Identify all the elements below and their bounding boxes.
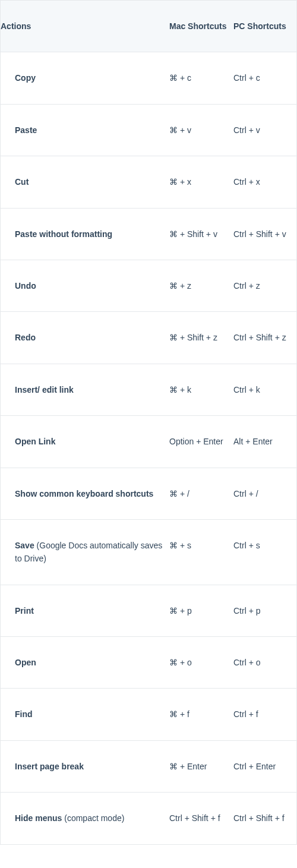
action-cell: Paste without formatting [1, 209, 169, 260]
action-cell: Hide menus (compact mode) [1, 793, 169, 844]
pc-shortcut: Ctrl + c [233, 52, 293, 103]
table-row: Cut⌘ + xCtrl + x [1, 156, 296, 208]
mac-shortcut: ⌘ + Enter [169, 741, 233, 792]
pc-shortcut: Ctrl + f [233, 689, 293, 740]
action-name: Print [15, 606, 34, 616]
mac-shortcut: ⌘ + p [169, 585, 233, 636]
pc-shortcut: Ctrl + v [233, 105, 293, 156]
pc-shortcut: Ctrl + x [233, 156, 293, 207]
pc-shortcut: Ctrl + k [233, 364, 293, 415]
table-row: Insert/ edit link⌘ + kCtrl + k [1, 364, 296, 416]
action-name: Copy [15, 73, 36, 83]
table-row: Show common keyboard shortcuts⌘ + /Ctrl … [1, 468, 296, 520]
pc-shortcut: Ctrl + s [233, 520, 293, 585]
pc-shortcut: Alt + Enter [233, 416, 293, 467]
mac-shortcut: ⌘ + v [169, 105, 233, 156]
action-cell: Open Link [1, 416, 169, 467]
action-cell: Redo [1, 312, 169, 363]
table-row: Open⌘ + oCtrl + o [1, 637, 296, 689]
action-cell: Cut [1, 156, 169, 207]
action-name: Open Link [15, 437, 55, 446]
action-cell: Insert/ edit link [1, 364, 169, 415]
table-row: Paste without formatting⌘ + Shift + vCtr… [1, 209, 296, 260]
action-name: Save [15, 541, 34, 550]
mac-shortcut: ⌘ + x [169, 156, 233, 207]
table-row: Insert page break⌘ + EnterCtrl + Enter [1, 741, 296, 793]
table-row: Open LinkOption + EnterAlt + Enter [1, 416, 296, 468]
table-row: Save (Google Docs automatically saves to… [1, 520, 296, 585]
action-cell: Find [1, 689, 169, 740]
table-row: Undo⌘ + zCtrl + z [1, 260, 296, 312]
action-cell: Copy [1, 52, 169, 103]
pc-shortcut: Ctrl + Enter [233, 741, 293, 792]
table-row: Print⌘ + pCtrl + p [1, 585, 296, 637]
mac-shortcut: ⌘ + Shift + v [169, 209, 233, 260]
action-name: Show common keyboard shortcuts [15, 489, 153, 498]
action-cell: Insert page break [1, 741, 169, 792]
action-name: Open [15, 658, 36, 667]
mac-shortcut: ⌘ + Shift + z [169, 312, 233, 363]
action-note: (Google Docs automatically saves to Driv… [15, 541, 162, 563]
mac-shortcut: ⌘ + c [169, 52, 233, 103]
action-cell: Open [1, 637, 169, 688]
action-name: Find [15, 709, 33, 719]
action-name: Insert page break [15, 762, 84, 771]
table-row: Hide menus (compact mode)Ctrl + Shift + … [1, 793, 296, 844]
mac-shortcut: Ctrl + Shift + f [169, 793, 233, 844]
action-cell: Paste [1, 105, 169, 156]
header-mac: Mac Shortcuts [169, 1, 233, 52]
mac-shortcut: ⌘ + z [169, 260, 233, 311]
action-name: Hide menus [15, 813, 62, 823]
action-note: (compact mode) [62, 813, 124, 823]
table-row: Find⌘ + fCtrl + f [1, 689, 296, 740]
table-row: Copy⌘ + cCtrl + c [1, 52, 296, 104]
action-name: Paste [15, 125, 37, 135]
pc-shortcut: Ctrl + z [233, 260, 293, 311]
action-name: Undo [15, 281, 36, 291]
mac-shortcut: ⌘ + s [169, 520, 233, 585]
action-name: Insert/ edit link [15, 385, 74, 394]
header-actions: Actions [1, 1, 169, 52]
pc-shortcut: Ctrl + o [233, 637, 293, 688]
action-cell: Undo [1, 260, 169, 311]
mac-shortcut: Option + Enter [169, 416, 233, 467]
action-name: Cut [15, 177, 29, 187]
pc-shortcut: Ctrl + Shift + v [233, 209, 293, 260]
action-name: Paste without formatting [15, 229, 112, 239]
shortcuts-table: Actions Mac Shortcuts PC Shortcuts Copy⌘… [0, 0, 297, 845]
action-cell: Print [1, 585, 169, 636]
pc-shortcut: Ctrl + Shift + z [233, 312, 293, 363]
mac-shortcut: ⌘ + o [169, 637, 233, 688]
action-name: Redo [15, 333, 36, 342]
table-row: Paste⌘ + vCtrl + v [1, 105, 296, 156]
table-row: Redo⌘ + Shift + zCtrl + Shift + z [1, 312, 296, 364]
pc-shortcut: Ctrl + p [233, 585, 293, 636]
mac-shortcut: ⌘ + f [169, 689, 233, 740]
mac-shortcut: ⌘ + k [169, 364, 233, 415]
pc-shortcut: Ctrl + / [233, 468, 293, 519]
action-cell: Show common keyboard shortcuts [1, 468, 169, 519]
table-header-row: Actions Mac Shortcuts PC Shortcuts [1, 1, 296, 52]
pc-shortcut: Ctrl + Shift + f [233, 793, 293, 844]
mac-shortcut: ⌘ + / [169, 468, 233, 519]
action-cell: Save (Google Docs automatically saves to… [1, 520, 169, 585]
header-pc: PC Shortcuts [233, 1, 293, 52]
